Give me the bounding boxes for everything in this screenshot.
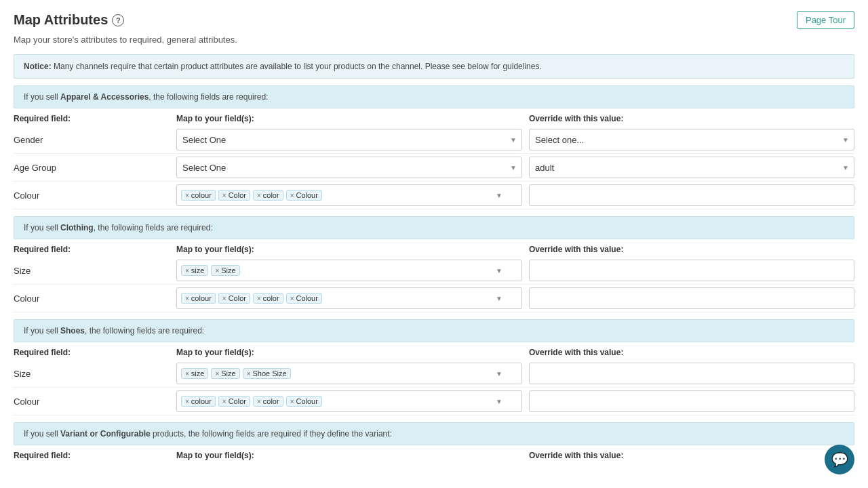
- tag-item: × Colour: [286, 190, 322, 201]
- override-input[interactable]: [529, 363, 854, 384]
- notice-box: Notice: Many channels require that certa…: [14, 54, 854, 79]
- col-required-label: Required field:: [14, 114, 176, 123]
- tag-item: × Color: [218, 396, 250, 407]
- override-input[interactable]: [529, 287, 854, 309]
- col-map-label: Map to your field(s):: [176, 348, 529, 357]
- map-tag-select[interactable]: × size × Size ▼: [176, 260, 522, 281]
- tag-remove[interactable]: ×: [257, 295, 261, 302]
- tag-remove[interactable]: ×: [222, 295, 226, 302]
- tag-remove[interactable]: ×: [185, 192, 189, 199]
- map-tag-select[interactable]: × colour × Color × color × Colour ▼: [176, 287, 522, 309]
- tag-remove[interactable]: ×: [222, 398, 226, 405]
- field-label: Colour: [14, 396, 176, 407]
- field-override: [529, 260, 854, 281]
- tag-remove[interactable]: ×: [215, 267, 219, 274]
- override-input[interactable]: [529, 184, 854, 206]
- tag-remove[interactable]: ×: [290, 295, 294, 302]
- tag-label: Colour: [296, 191, 317, 199]
- field-label: Age Group: [14, 163, 176, 173]
- map-tag-select[interactable]: × colour × Color × color × Colour ▼: [176, 390, 522, 412]
- field-map: × size × Size × Shoe Size ▼: [176, 363, 529, 384]
- tag-item: × Color: [218, 190, 250, 201]
- tag-label: Color: [229, 191, 246, 199]
- tag-remove[interactable]: ×: [185, 398, 189, 405]
- map-select[interactable]: Select One: [176, 129, 522, 150]
- tag-select-arrow: ▼: [496, 192, 502, 199]
- field-override: [529, 363, 854, 384]
- tag-remove[interactable]: ×: [257, 192, 261, 199]
- tag-remove[interactable]: ×: [185, 370, 189, 378]
- help-icon[interactable]: ?: [112, 14, 124, 26]
- section-bold-clothing: Clothing: [60, 223, 94, 232]
- field-label: Gender: [14, 135, 176, 145]
- field-label: Size: [14, 266, 176, 276]
- override-input[interactable]: [529, 260, 854, 281]
- tag-label: colour: [191, 191, 212, 199]
- fields-header-apparel: Required field: Map to your field(s): Ov…: [14, 110, 854, 126]
- col-override-label: Override with this value:: [529, 245, 854, 254]
- tag-item: × size: [181, 265, 208, 276]
- tag-item: × colour: [181, 293, 216, 304]
- chat-button[interactable]: 💬: [825, 445, 854, 474]
- field-override: [529, 184, 854, 206]
- tag-item: × color: [253, 293, 283, 304]
- tag-remove[interactable]: ×: [257, 398, 261, 405]
- tag-label: colour: [191, 397, 212, 405]
- tag-item: × Colour: [286, 396, 322, 407]
- tag-remove[interactable]: ×: [247, 370, 251, 378]
- map-tag-select[interactable]: × size × Size × Shoe Size ▼: [176, 363, 522, 384]
- tag-select-arrow: ▼: [496, 295, 502, 302]
- page-tour-button[interactable]: Page Tour: [797, 11, 854, 29]
- field-row: Size × size × Size × Shoe Size ▼: [14, 360, 854, 388]
- tag-item: × Color: [218, 293, 250, 304]
- chat-icon: 💬: [831, 451, 848, 468]
- tag-label: Color: [229, 397, 246, 405]
- tag-label: Shoe Size: [253, 369, 287, 378]
- notice-label: Notice:: [24, 62, 52, 71]
- section-apparel: If you sell Apparel & Accessories, the f…: [14, 85, 854, 209]
- override-select[interactable]: Select one...MaleFemaleUnisex: [529, 129, 854, 150]
- tag-item: × Shoe Size: [243, 368, 291, 379]
- tag-label: color: [263, 397, 279, 405]
- tag-remove[interactable]: ×: [185, 267, 189, 274]
- tag-label: colour: [191, 294, 212, 302]
- section-bold-shoes: Shoes: [60, 326, 85, 336]
- override-select[interactable]: adultkidsinfant: [529, 157, 854, 178]
- tag-item: × colour: [181, 190, 216, 201]
- override-select-container: adultkidsinfant ▼: [529, 157, 854, 178]
- page-header: Map Attributes ? Page Tour: [14, 11, 854, 29]
- field-row: Gender Select One ▼ Select one...MaleFem…: [14, 126, 854, 154]
- tag-label: Size: [221, 369, 235, 378]
- page-container: Map Attributes ? Page Tour Map your stor…: [0, 0, 868, 481]
- col-override-label: Override with this value:: [529, 348, 854, 357]
- fields-header-clothing: Required field: Map to your field(s): Ov…: [14, 241, 854, 257]
- map-select[interactable]: Select One: [176, 157, 522, 178]
- field-row: Age Group Select One ▼ adultkidsinfant ▼: [14, 154, 854, 182]
- section-header-shoes: If you sell Shoes, the following fields …: [14, 319, 854, 342]
- map-select-container: Select One ▼: [176, 129, 522, 150]
- override-input[interactable]: [529, 390, 854, 412]
- field-row: Colour × colour × Color × color × Colour…: [14, 182, 854, 209]
- map-select-container: Select One ▼: [176, 157, 522, 178]
- tag-remove[interactable]: ×: [185, 295, 189, 302]
- tag-item: × color: [253, 190, 283, 201]
- tag-item: × color: [253, 396, 283, 407]
- field-map: × colour × Color × color × Colour ▼: [176, 390, 529, 412]
- section-shoes: If you sell Shoes, the following fields …: [14, 319, 854, 415]
- tag-label: size: [191, 369, 205, 378]
- tag-item: × colour: [181, 396, 216, 407]
- field-override: adultkidsinfant ▼: [529, 157, 854, 178]
- fields-header-variant: Required field: Map to your field(s): Ov…: [14, 447, 854, 463]
- map-tag-select[interactable]: × colour × Color × color × Colour ▼: [176, 184, 522, 206]
- field-map: × size × Size ▼: [176, 260, 529, 281]
- tag-label: Size: [221, 266, 235, 274]
- tag-remove[interactable]: ×: [290, 192, 294, 199]
- override-select-container: Select one...MaleFemaleUnisex ▼: [529, 129, 854, 150]
- tag-remove[interactable]: ×: [215, 370, 219, 378]
- tag-remove[interactable]: ×: [290, 398, 294, 405]
- col-required-label: Required field:: [14, 348, 176, 357]
- fields-header-shoes: Required field: Map to your field(s): Ov…: [14, 344, 854, 360]
- field-map: × colour × Color × color × Colour ▼: [176, 184, 529, 206]
- tag-remove[interactable]: ×: [222, 192, 226, 199]
- field-label: Colour: [14, 190, 176, 201]
